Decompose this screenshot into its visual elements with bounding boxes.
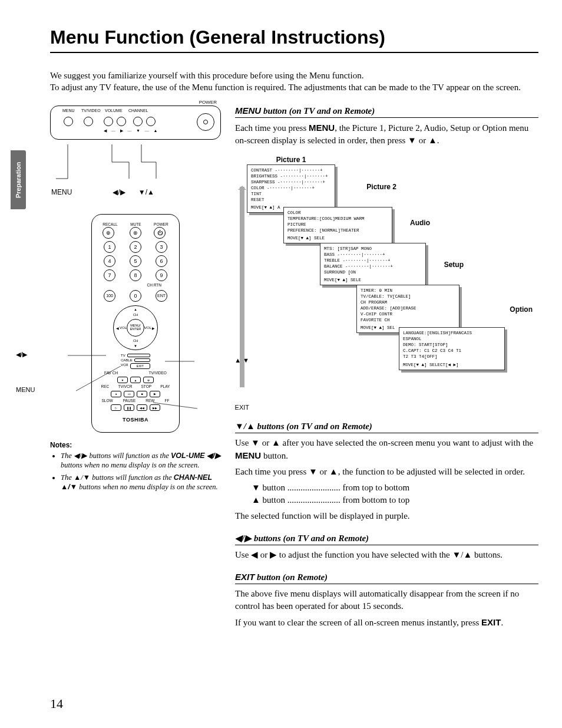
page-title: Menu Function (General Instructions) xyxy=(50,27,538,53)
setup-row0: TIMER: 0 MIN xyxy=(361,288,455,294)
option-row1: ESPANOL xyxy=(403,336,501,342)
remote-lbl-play: PLAY xyxy=(160,385,170,389)
remote-btn-recall-icon: ⊕ xyxy=(103,227,114,239)
remote-tvvideo-icon: ⊕ xyxy=(143,377,154,383)
tv-ann-lr: ◀/▶ xyxy=(113,188,125,196)
remote-num-7: 7 xyxy=(104,269,115,281)
remote-num-4: 4 xyxy=(104,255,115,267)
section-ud-p2: Each time you press ▼ or ▲, the function… xyxy=(235,466,538,478)
audio-row3: BALANCE -········|·······+ xyxy=(324,263,422,269)
option-row0: LANGUAGE:[ENGLISH]FRANCAIS xyxy=(403,330,501,336)
setup-row5: FAVORITE CH xyxy=(361,317,455,323)
setup-row1: TV/CABLE: TV[CABLE] xyxy=(361,294,455,299)
tv-leader-lines-icon xyxy=(50,144,221,186)
option-foot: MOVE[▼ ▲] SELECT[◀ ▶] xyxy=(403,362,501,367)
remote-nav-pad-icon: MENU/ ENTER ▲ ▼ ◀ ▶ CH CH VOL VOL xyxy=(113,305,158,350)
remote-btn-mute-icon: ⊗ xyxy=(130,227,141,239)
remote-num-0: 0 xyxy=(130,290,141,302)
remote-nav-vol-r: VOL xyxy=(144,326,151,330)
p2-row2: PICTURE xyxy=(287,222,388,228)
remote-play-icon: ▶ xyxy=(150,391,160,397)
remote-tvvcr-icon: ▭ xyxy=(124,391,134,397)
intro: We suggest you familiarize yourself with… xyxy=(50,70,538,94)
tv-annotations: MENU ◀/▶ ▼/▲ xyxy=(50,188,221,196)
remote-slider-cable: CABLE xyxy=(121,358,133,362)
sidebar-tab: Preparation xyxy=(11,150,26,209)
section-lr-heading: ◀/▶ buttons (on TV and on Remote) xyxy=(235,533,538,545)
remote-btn-exit: EXIT xyxy=(130,363,150,369)
tv-btn-tvvideo-icon xyxy=(84,117,93,126)
setup-row2: CH PROGRAM xyxy=(361,299,455,305)
p2-row0: COLOR xyxy=(287,210,388,216)
remote-fav-dn-icon: ▼ xyxy=(117,377,128,383)
option-row3: C.CAPT: C1 C2 C3 C4 T1 xyxy=(403,348,501,354)
ud-list-2: ▲ button ........................ from b… xyxy=(235,494,538,506)
remote-lbl-favch: FAV CH xyxy=(104,371,118,375)
tv-btn-vol-r-icon xyxy=(117,117,126,126)
menu-audio-title: Audio xyxy=(410,219,430,227)
audio-row1: BASS -········|·······+ xyxy=(324,252,422,258)
tv-label-power: POWER xyxy=(199,100,217,105)
menu-cascade-diagram: Picture 1 CONTRAST -········|·······+ BR… xyxy=(233,151,538,411)
remote-num-8: 8 xyxy=(130,269,141,281)
remote-num-9: 9 xyxy=(156,269,167,281)
tv-label-tvvideo: TV/VIDEO xyxy=(81,108,101,113)
remote-rec-icon: ● xyxy=(111,391,121,397)
menu-picture1: Picture 1 CONTRAST -········|·······+ BR… xyxy=(247,164,335,213)
remote-num-3: 3 xyxy=(156,241,167,253)
tv-label-volume: VOLUME xyxy=(105,108,123,113)
remote-lbl-tvvcr: TV/VCR xyxy=(118,385,132,389)
remote-nav-ch-dn: CH xyxy=(133,339,138,342)
remote-fav-up-icon: ▲ xyxy=(130,377,141,383)
section-exit-heading: EXIT button (on Remote) xyxy=(235,572,538,584)
setup-row3: ADD/ERASE: [ADD]ERASE xyxy=(361,305,455,311)
tv-ann-ud: ▼/▲ xyxy=(138,188,154,196)
remote-brand: TOSHIBA xyxy=(97,417,174,423)
remote-lbl-mute: MUTE xyxy=(130,223,141,227)
remote-lbl-recall: RECALL xyxy=(103,223,117,227)
remote-lbl-tvvideo: TV/VIDEO xyxy=(149,371,167,375)
section-ud-list: ▼ button ........................ from t… xyxy=(235,482,538,506)
remote-slider-vcr: VCR xyxy=(121,363,128,369)
remote-rew-icon: ◀◀ xyxy=(137,404,147,411)
audio-row0: MTS: [STR]SAP MONO xyxy=(324,246,422,252)
notes-heading: Notes: xyxy=(50,441,221,449)
remote-num-5: 5 xyxy=(130,255,141,267)
p1-row0: CONTRAST -········|·······+ xyxy=(251,167,331,173)
tv-label-menu: MENU xyxy=(62,108,75,113)
remote-lbl-slow: SLOW xyxy=(102,399,113,403)
option-row2: DEMO: START[STOP] xyxy=(403,342,501,348)
tv-btn-vol-l-icon xyxy=(104,117,113,126)
option-row4: T2 T3 T4[OFF] xyxy=(403,354,501,360)
cascade-arrow-icon xyxy=(240,187,244,387)
remote-nav-vol-l: VOL xyxy=(120,326,127,330)
remote-mode-slider: TV CABLE VCREXIT xyxy=(121,354,150,369)
remote-ff-icon: ▶▶ xyxy=(150,404,160,411)
remote-num-2: 2 xyxy=(130,241,141,253)
remote-btn-power-icon: ⏻ xyxy=(154,227,166,239)
remote-ann-menu: MENU xyxy=(16,386,35,393)
remote-ann-lr: ◀/▶ xyxy=(16,351,27,358)
remote-slow-icon: ▷ xyxy=(111,404,121,411)
section-exit-p2: If you want to clear the screen of all o… xyxy=(235,616,538,629)
menu-option-title: Option xyxy=(510,305,533,314)
remote-num-100: 100 xyxy=(104,290,115,302)
remote-lbl-pause: PAUSE xyxy=(123,399,136,403)
remote-nav-center: MENU/ ENTER xyxy=(127,319,144,337)
section-exit-p1: The above five menu displays will automa… xyxy=(235,588,538,612)
tv-btn-ch-u-icon xyxy=(146,117,156,126)
remote-lbl-stop: STOP xyxy=(141,385,152,389)
p1-row3: COLOR -········|·······+ xyxy=(251,185,331,191)
page-number: 14 xyxy=(50,696,63,711)
remote-num-1: 1 xyxy=(104,241,115,253)
setup-row4: V-CHIP CONTR xyxy=(361,311,455,317)
tv-btn-menu-icon xyxy=(64,117,73,126)
notes: Notes: The ◀/▶ buttons will function as … xyxy=(50,441,221,492)
remote-lbl-chrtn: CH RTN xyxy=(97,284,174,288)
p1-row1: BRIGHTNESS -········|·······+ xyxy=(251,173,331,179)
remote-pause-icon: ❚❚ xyxy=(124,404,134,411)
menu-setup: Setup TIMER: 0 MIN TV/CABLE: TV[CABLE] C… xyxy=(356,285,459,334)
intro-line2: To adjust any TV feature, the use of the… xyxy=(50,81,538,93)
remote-lbl-rec: REC xyxy=(101,385,110,389)
menu-option: Option LANGUAGE:[ENGLISH]FRANCAIS ESPANO… xyxy=(399,327,505,371)
